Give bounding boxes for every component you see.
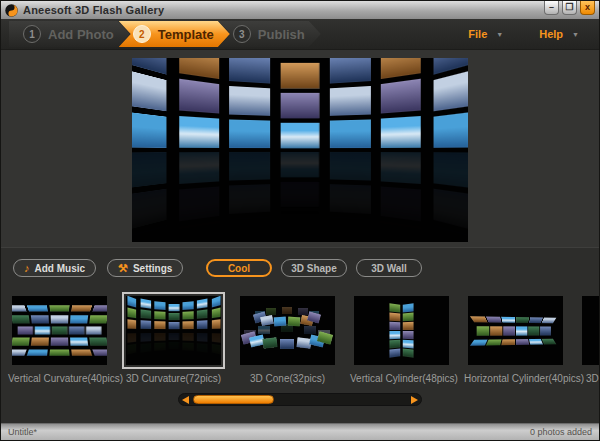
- template-thumbnail-preview: [240, 296, 335, 365]
- template-label: 3D Cone(32pics): [236, 373, 339, 384]
- add-music-label: Add Music: [35, 263, 86, 274]
- chevron-down-icon: ▼: [496, 31, 503, 38]
- tab-cool[interactable]: Cool: [206, 259, 272, 277]
- help-menu-label: Help: [539, 28, 563, 40]
- scroll-right-icon[interactable]: [411, 396, 418, 404]
- file-menu-label: File: [468, 28, 487, 40]
- step-template[interactable]: 2 Template: [119, 21, 230, 47]
- settings-label: Settings: [133, 263, 172, 274]
- scrollbar-thumb[interactable]: [193, 395, 274, 404]
- template-item-horizontal-cylinder[interactable]: Horizontal Cylinder(40pics): [464, 292, 567, 384]
- template-strip: Vertical Curvature(40pics) 3D Curvature(…: [1, 288, 599, 384]
- maximize-button[interactable]: ❐: [562, 1, 577, 15]
- app-window: Aneesoft 3D Flash Gallery – ❐ x 1 Add Ph…: [0, 0, 600, 441]
- template-scrollbar[interactable]: [178, 393, 422, 406]
- add-music-button[interactable]: ♪ Add Music: [13, 259, 96, 277]
- step-number: 3: [233, 25, 251, 43]
- template-label: Vertical Cylinder(48pics): [350, 373, 453, 384]
- step-number: 1: [23, 25, 41, 43]
- template-label: Horizontal Cylinder(40pics): [464, 373, 567, 384]
- template-thumbnail-preview: [582, 296, 600, 365]
- chevron-down-icon: ▼: [572, 31, 579, 38]
- tab-3d-wall[interactable]: 3D Wall: [356, 259, 422, 277]
- window-title: Aneesoft 3D Flash Gallery: [23, 4, 164, 16]
- template-thumbnail-preview: [12, 296, 107, 365]
- template-item-3d-curvature[interactable]: 3D Curvature(72pics): [122, 292, 225, 384]
- preview-area: [1, 50, 599, 248]
- template-thumbnail-preview: [468, 296, 563, 365]
- toolbar-row: ♪ Add Music ⚒ Settings Cool 3D Shape 3D …: [1, 248, 599, 288]
- template-item-vertical-cylinder[interactable]: Vertical Cylinder(48pics): [350, 292, 453, 384]
- template-item-3d-cone[interactable]: 3D Cone(32pics): [236, 292, 339, 384]
- project-name: Untitle*: [8, 427, 37, 437]
- step-label: Publish: [258, 27, 305, 42]
- minimize-button[interactable]: –: [544, 1, 559, 15]
- step-number: 2: [133, 25, 151, 43]
- window-controls: – ❐ x: [544, 1, 595, 15]
- template-label: Vertical Curvature(40pics): [8, 373, 111, 384]
- wizard-steps: 1 Add Photo 2 Template 3 Publish: [9, 21, 321, 47]
- template-item-partial[interactable]: 3D: [578, 292, 600, 384]
- template-thumbnail-preview: [126, 296, 221, 365]
- close-button[interactable]: x: [580, 1, 595, 15]
- step-publish[interactable]: 3 Publish: [219, 21, 321, 47]
- template-thumbnail-preview: [354, 296, 449, 365]
- tab-3d-shape[interactable]: 3D Shape: [281, 259, 347, 277]
- template-item-vertical-curvature[interactable]: Vertical Curvature(40pics): [8, 292, 111, 384]
- app-logo-icon: [5, 4, 18, 17]
- tools-icon: ⚒: [118, 263, 128, 274]
- step-add-photo[interactable]: 1 Add Photo: [9, 21, 130, 47]
- help-menu[interactable]: Help ▼: [539, 28, 579, 40]
- step-navbar: 1 Add Photo 2 Template 3 Publish File ▼ …: [1, 19, 599, 50]
- settings-button[interactable]: ⚒ Settings: [107, 259, 183, 277]
- scroll-left-icon[interactable]: [182, 396, 189, 404]
- template-label: 3D Curvature(72pics): [122, 373, 225, 384]
- statusbar: Untitle* 0 photos added: [1, 423, 599, 440]
- template-label: 3D: [578, 373, 600, 384]
- template-scroll-area: [1, 393, 599, 406]
- category-tabs: Cool 3D Shape 3D Wall: [206, 259, 422, 277]
- menubar: File ▼ Help ▼: [468, 19, 579, 49]
- step-label: Template: [158, 27, 214, 42]
- music-note-icon: ♪: [24, 263, 30, 274]
- photos-count: 0 photos added: [530, 427, 592, 437]
- file-menu[interactable]: File ▼: [468, 28, 503, 40]
- titlebar: Aneesoft 3D Flash Gallery – ❐ x: [1, 1, 599, 19]
- gallery-preview: [132, 58, 468, 242]
- step-label: Add Photo: [48, 27, 114, 42]
